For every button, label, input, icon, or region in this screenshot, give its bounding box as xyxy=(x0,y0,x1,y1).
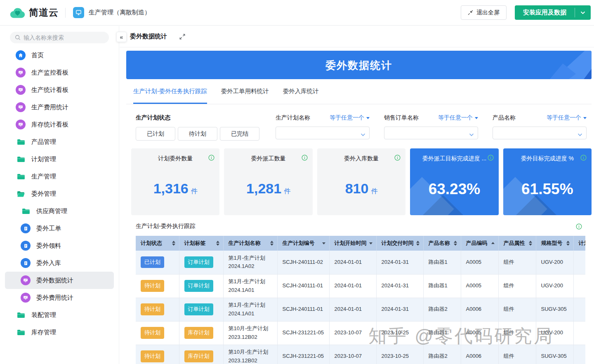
cell-start-date: 2024-01-01 xyxy=(329,298,376,321)
sidebar-search[interactable] xyxy=(10,32,109,43)
sidebar-item-supplier-mgmt[interactable]: 供应商管理 xyxy=(5,202,114,220)
sort-icon[interactable] xyxy=(416,241,420,246)
table-title: 生产计划-委外执行跟踪 xyxy=(136,223,196,230)
tab-plan-tracking[interactable]: 生产计划-委外任务执行跟踪 xyxy=(133,87,207,104)
document-icon xyxy=(21,258,31,268)
sidebar-item-label: 库存统计看板 xyxy=(31,121,68,129)
table-row[interactable]: 待计划库存计划第10月-生产计划 2023.12B02SCJH-231221-0… xyxy=(136,321,585,345)
status-button-planned[interactable]: 已计划 xyxy=(136,127,175,141)
column-header-1[interactable]: 计划标签 xyxy=(179,236,223,251)
column-header-8[interactable]: 产品属性 xyxy=(498,236,536,251)
table-row[interactable]: 待计划订单计划第1月-生产计划 2024.1A01SCJH-240111-012… xyxy=(136,274,585,298)
status-badge: 库存计划 xyxy=(184,350,213,362)
sidebar-collapse-button[interactable]: « xyxy=(116,32,127,42)
jiandaoyun-cloud-icon xyxy=(10,7,25,19)
column-header-6[interactable]: 产品名称 xyxy=(423,236,461,251)
page-title: 委外数据统计 xyxy=(130,33,167,40)
sort-icon[interactable] xyxy=(172,241,175,246)
sidebar-item-plan-mgmt[interactable]: 计划管理 xyxy=(5,150,114,168)
column-label: 产品编码 xyxy=(466,240,488,247)
sidebar-item-production-stats[interactable]: 生产统计看板 xyxy=(5,81,114,99)
cell-start-date: 2024-01-01 xyxy=(329,251,376,274)
sidebar-item-outsourcing-workorder[interactable]: 委外工单 xyxy=(5,220,114,237)
plan-name-select[interactable] xyxy=(276,127,370,139)
sidebar-item-production-mgmt[interactable]: 生产管理 xyxy=(5,168,114,185)
sidebar-item-assembly-mgmt[interactable]: 装配管理 xyxy=(5,306,114,324)
sidebar-item-inventory-mgmt[interactable]: 库存管理 xyxy=(5,324,114,341)
column-header-4[interactable]: 计划开始时间 xyxy=(329,236,376,251)
chevron-down-icon xyxy=(578,131,582,138)
column-header-5[interactable]: 计划交付时间 xyxy=(376,236,423,251)
column-header-2[interactable]: 生产计划名称 xyxy=(223,236,277,251)
cell-model: SUGV-305 xyxy=(536,345,573,364)
filter-product-name: 产品名称 等于任意一个 xyxy=(493,114,587,139)
exit-fullscreen-button[interactable]: 退出全屏 xyxy=(461,5,507,20)
folder-icon xyxy=(16,156,26,162)
sidebar-item-product-mgmt[interactable]: 产品管理 xyxy=(5,133,114,150)
info-icon[interactable] xyxy=(302,155,308,162)
sales-order-select[interactable] xyxy=(384,127,478,139)
operator-link[interactable]: 等于任意一个 xyxy=(438,114,478,122)
sidebar-item-outsourcing-cost-stats[interactable]: 委外费用统计 xyxy=(5,289,114,306)
sidebar-item-label: 委外管理 xyxy=(31,190,56,198)
sort-icon[interactable] xyxy=(322,242,325,244)
search-input[interactable] xyxy=(24,34,102,41)
status-button-pending[interactable]: 待计划 xyxy=(178,127,217,141)
sort-icon[interactable] xyxy=(491,242,495,245)
cell-plan-code: SCJH-231221-05 xyxy=(277,321,329,345)
column-label: 产品属性 xyxy=(504,240,525,247)
column-header-9[interactable]: 规格型号 xyxy=(536,236,573,251)
dashboard-icon xyxy=(21,275,31,285)
sidebar-item-label: 供应商管理 xyxy=(36,207,67,215)
sidebar-item-inventory-stats[interactable]: 库存统计看板 xyxy=(5,116,114,133)
chevron-down-icon[interactable] xyxy=(575,5,591,20)
operator-link[interactable]: 等于任意一个 xyxy=(330,114,370,122)
sidebar-item-label: 委外入库 xyxy=(36,259,61,267)
cell-plan-tag: 库存计划 xyxy=(179,345,223,364)
tab-workorder-material[interactable]: 委外工单用料统计 xyxy=(221,87,269,104)
sort-icon[interactable] xyxy=(454,241,457,246)
column-header-10[interactable]: 计划 xyxy=(573,236,585,251)
dashboard-icon xyxy=(16,120,26,129)
sort-icon[interactable] xyxy=(270,241,273,246)
sort-icon[interactable] xyxy=(529,241,532,246)
sort-icon[interactable] xyxy=(369,242,372,244)
info-icon[interactable] xyxy=(208,155,214,162)
sidebar-item-home[interactable]: 首页 xyxy=(5,47,114,64)
sort-icon[interactable] xyxy=(566,241,570,246)
sidebar-item-outsourcing-material[interactable]: 委外领料 xyxy=(5,237,114,254)
sort-icon[interactable] xyxy=(216,241,219,246)
app-icon[interactable] xyxy=(73,7,84,18)
status-button-finished[interactable]: 已完结 xyxy=(220,127,259,141)
cell-plan-qty xyxy=(573,321,585,345)
table-row[interactable]: 待计划订单计划第1月-生产计划 2024.1A01SCJH-240111-012… xyxy=(136,298,585,321)
column-header-7[interactable]: 产品编码 xyxy=(461,236,498,251)
sidebar-item-outsourcing-inbound[interactable]: 委外入库 xyxy=(5,254,114,272)
info-icon[interactable] xyxy=(580,155,587,162)
info-icon[interactable] xyxy=(488,155,494,162)
column-header-0[interactable]: 计划状态 xyxy=(136,236,179,251)
sidebar-item-production-cost[interactable]: 生产费用统计 xyxy=(5,99,114,116)
table-row[interactable]: 已计划订单计划第1月-生产计划 2024.1A02SCJH-240111-022… xyxy=(136,251,585,274)
product-name-select[interactable] xyxy=(493,127,587,139)
stat-card-inbound-qty: 委外入库数量 810件 xyxy=(317,148,405,215)
fullscreen-expand-icon[interactable] xyxy=(179,34,185,40)
status-filter-label: 生产计划状态 xyxy=(136,114,259,122)
stat-card-title: 计划委外数量 xyxy=(131,155,219,162)
info-icon[interactable] xyxy=(576,223,582,230)
sidebar-item-outsourcing-mgmt[interactable]: 委外管理 xyxy=(5,185,114,202)
column-header-3[interactable]: 生产计划编号 xyxy=(277,236,329,251)
stat-card-value: 63.23% xyxy=(410,181,498,198)
operator-link[interactable]: 等于任意一个 xyxy=(547,114,587,122)
sidebar-item-production-monitor[interactable]: 生产监控看板 xyxy=(5,64,114,81)
info-icon[interactable] xyxy=(394,155,401,162)
tab-inbound-stats[interactable]: 委外入库统计 xyxy=(283,87,319,104)
install-app-button[interactable]: 安装应用及数据 xyxy=(515,5,591,20)
cell-plan-tag: 订单计划 xyxy=(179,251,223,274)
cell-product-code: A0006 xyxy=(461,345,498,364)
stat-cards: 计划委外数量 1,316件 委外派工数量 1,281件 委外入库数量 810件 xyxy=(126,148,592,215)
brand-logo[interactable]: 简道云 xyxy=(10,6,59,19)
sidebar-item-outsourcing-data-stats[interactable]: 委外数据统计 xyxy=(5,272,114,289)
app-name[interactable]: 生产管理（离散制造） xyxy=(89,9,151,16)
table-row[interactable]: 待计划库存计划第10月-生产计划 2023.12B02SCJH-231221-0… xyxy=(136,345,585,364)
